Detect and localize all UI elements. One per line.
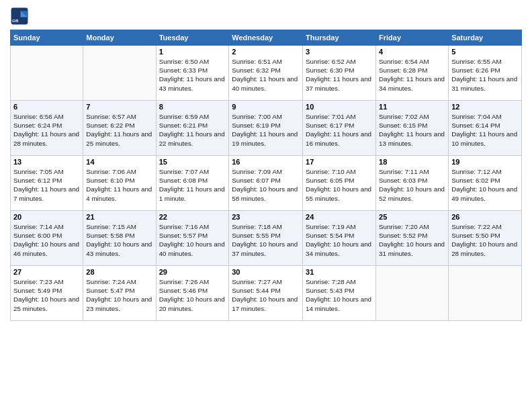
day-number: 15 [159, 158, 226, 166]
day-info: Sunrise: 6:52 AM Sunset: 6:30 PM Dayligh… [306, 57, 373, 93]
calendar-cell: 6Sunrise: 6:56 AM Sunset: 6:24 PM Daylig… [11, 101, 83, 156]
day-number: 1 [159, 48, 226, 56]
day-number: 9 [232, 103, 300, 111]
day-number: 14 [86, 158, 152, 166]
day-number: 30 [232, 268, 300, 276]
day-info: Sunrise: 7:23 AM Sunset: 5:49 PM Dayligh… [13, 277, 80, 313]
day-number: 5 [451, 48, 519, 56]
calendar-cell: 5Sunrise: 6:55 AM Sunset: 6:26 PM Daylig… [449, 46, 522, 101]
calendar-cell: 22Sunrise: 7:16 AM Sunset: 5:57 PM Dayli… [156, 211, 229, 266]
calendar-cell: 26Sunrise: 7:22 AM Sunset: 5:50 PM Dayli… [449, 211, 522, 266]
calendar-cell: 27Sunrise: 7:23 AM Sunset: 5:49 PM Dayli… [11, 266, 83, 321]
day-info: Sunrise: 7:14 AM Sunset: 6:00 PM Dayligh… [13, 222, 80, 258]
calendar-cell: 31Sunrise: 7:28 AM Sunset: 5:43 PM Dayli… [303, 266, 376, 321]
day-info: Sunrise: 7:06 AM Sunset: 6:10 PM Dayligh… [86, 167, 152, 203]
day-number: 12 [451, 103, 519, 111]
calendar-cell: 4Sunrise: 6:54 AM Sunset: 6:28 PM Daylig… [376, 46, 449, 101]
calendar-cell: 28Sunrise: 7:24 AM Sunset: 5:47 PM Dayli… [83, 266, 156, 321]
calendar-cell: 15Sunrise: 7:07 AM Sunset: 6:08 PM Dayli… [156, 156, 229, 211]
weekday-header-friday: Friday [376, 30, 449, 46]
day-number: 20 [13, 213, 80, 221]
day-info: Sunrise: 6:59 AM Sunset: 6:21 PM Dayligh… [159, 112, 226, 148]
calendar-cell: 12Sunrise: 7:04 AM Sunset: 6:14 PM Dayli… [449, 101, 522, 156]
day-number: 8 [159, 103, 226, 111]
weekday-header-monday: Monday [83, 30, 156, 46]
week-row-5: 27Sunrise: 7:23 AM Sunset: 5:49 PM Dayli… [11, 266, 522, 321]
day-number: 6 [13, 103, 80, 111]
calendar-cell: 29Sunrise: 7:26 AM Sunset: 5:46 PM Dayli… [156, 266, 229, 321]
calendar-cell: 13Sunrise: 7:05 AM Sunset: 6:12 PM Dayli… [11, 156, 83, 211]
day-number: 4 [379, 48, 445, 56]
calendar-cell: 25Sunrise: 7:20 AM Sunset: 5:52 PM Dayli… [376, 211, 449, 266]
day-info: Sunrise: 7:24 AM Sunset: 5:47 PM Dayligh… [86, 277, 152, 313]
logo: GB [10, 7, 32, 26]
calendar-cell: 24Sunrise: 7:19 AM Sunset: 5:54 PM Dayli… [303, 211, 376, 266]
weekday-header-row: SundayMondayTuesdayWednesdayThursdayFrid… [11, 30, 522, 46]
day-number: 18 [379, 158, 445, 166]
calendar-cell: 1Sunrise: 6:50 AM Sunset: 6:33 PM Daylig… [156, 46, 229, 101]
calendar-cell: 17Sunrise: 7:10 AM Sunset: 6:05 PM Dayli… [303, 156, 376, 211]
calendar-cell [83, 46, 156, 101]
day-info: Sunrise: 7:26 AM Sunset: 5:46 PM Dayligh… [159, 277, 226, 313]
calendar-table: SundayMondayTuesdayWednesdayThursdayFrid… [10, 30, 522, 321]
weekday-header-saturday: Saturday [449, 30, 522, 46]
calendar-cell [449, 266, 522, 321]
calendar-cell: 10Sunrise: 7:01 AM Sunset: 6:17 PM Dayli… [303, 101, 376, 156]
page-container: GB SundayMondayTuesdayWednesdayThursdayF… [0, 0, 532, 324]
calendar-cell: 23Sunrise: 7:18 AM Sunset: 5:55 PM Dayli… [229, 211, 303, 266]
day-info: Sunrise: 7:00 AM Sunset: 6:19 PM Dayligh… [232, 112, 300, 148]
week-row-1: 1Sunrise: 6:50 AM Sunset: 6:33 PM Daylig… [11, 46, 522, 101]
calendar-cell: 18Sunrise: 7:11 AM Sunset: 6:03 PM Dayli… [376, 156, 449, 211]
day-info: Sunrise: 7:15 AM Sunset: 5:58 PM Dayligh… [86, 222, 152, 258]
day-info: Sunrise: 7:12 AM Sunset: 6:02 PM Dayligh… [451, 167, 519, 203]
day-info: Sunrise: 7:20 AM Sunset: 5:52 PM Dayligh… [379, 222, 445, 258]
day-number: 2 [232, 48, 300, 56]
day-info: Sunrise: 7:02 AM Sunset: 6:15 PM Dayligh… [379, 112, 445, 148]
calendar-cell: 30Sunrise: 7:27 AM Sunset: 5:44 PM Dayli… [229, 266, 303, 321]
weekday-header-thursday: Thursday [303, 30, 376, 46]
day-info: Sunrise: 7:01 AM Sunset: 6:17 PM Dayligh… [306, 112, 373, 148]
weekday-header-sunday: Sunday [11, 30, 83, 46]
day-number: 25 [379, 213, 445, 221]
week-row-4: 20Sunrise: 7:14 AM Sunset: 6:00 PM Dayli… [11, 211, 522, 266]
day-info: Sunrise: 6:57 AM Sunset: 6:22 PM Dayligh… [86, 112, 152, 148]
week-row-3: 13Sunrise: 7:05 AM Sunset: 6:12 PM Dayli… [11, 156, 522, 211]
weekday-header-tuesday: Tuesday [156, 30, 229, 46]
day-number: 13 [13, 158, 80, 166]
day-info: Sunrise: 6:55 AM Sunset: 6:26 PM Dayligh… [451, 57, 519, 93]
calendar-cell: 16Sunrise: 7:09 AM Sunset: 6:07 PM Dayli… [229, 156, 303, 211]
calendar-cell: 14Sunrise: 7:06 AM Sunset: 6:10 PM Dayli… [83, 156, 156, 211]
svg-text:GB: GB [12, 18, 19, 23]
day-info: Sunrise: 7:04 AM Sunset: 6:14 PM Dayligh… [451, 112, 519, 148]
header: GB [10, 7, 522, 26]
calendar-cell: 20Sunrise: 7:14 AM Sunset: 6:00 PM Dayli… [11, 211, 83, 266]
day-number: 31 [306, 268, 373, 276]
day-number: 16 [232, 158, 300, 166]
day-info: Sunrise: 7:27 AM Sunset: 5:44 PM Dayligh… [232, 277, 300, 313]
calendar-cell [11, 46, 83, 101]
day-number: 10 [306, 103, 373, 111]
calendar-cell [376, 266, 449, 321]
day-info: Sunrise: 7:28 AM Sunset: 5:43 PM Dayligh… [306, 277, 373, 313]
day-number: 22 [159, 213, 226, 221]
day-info: Sunrise: 7:18 AM Sunset: 5:55 PM Dayligh… [232, 222, 300, 258]
day-number: 27 [13, 268, 80, 276]
day-number: 11 [379, 103, 445, 111]
day-info: Sunrise: 6:51 AM Sunset: 6:32 PM Dayligh… [232, 57, 300, 93]
day-number: 19 [451, 158, 519, 166]
calendar-cell: 8Sunrise: 6:59 AM Sunset: 6:21 PM Daylig… [156, 101, 229, 156]
day-number: 28 [86, 268, 152, 276]
day-number: 24 [306, 213, 373, 221]
day-info: Sunrise: 6:50 AM Sunset: 6:33 PM Dayligh… [159, 57, 226, 93]
calendar-cell: 7Sunrise: 6:57 AM Sunset: 6:22 PM Daylig… [83, 101, 156, 156]
calendar-cell: 21Sunrise: 7:15 AM Sunset: 5:58 PM Dayli… [83, 211, 156, 266]
day-number: 29 [159, 268, 226, 276]
day-number: 7 [86, 103, 152, 111]
calendar-cell: 2Sunrise: 6:51 AM Sunset: 6:32 PM Daylig… [229, 46, 303, 101]
day-number: 26 [451, 213, 519, 221]
day-info: Sunrise: 6:56 AM Sunset: 6:24 PM Dayligh… [13, 112, 80, 148]
day-info: Sunrise: 7:05 AM Sunset: 6:12 PM Dayligh… [13, 167, 80, 203]
day-number: 21 [86, 213, 152, 221]
day-info: Sunrise: 7:16 AM Sunset: 5:57 PM Dayligh… [159, 222, 226, 258]
day-info: Sunrise: 7:10 AM Sunset: 6:05 PM Dayligh… [306, 167, 373, 203]
